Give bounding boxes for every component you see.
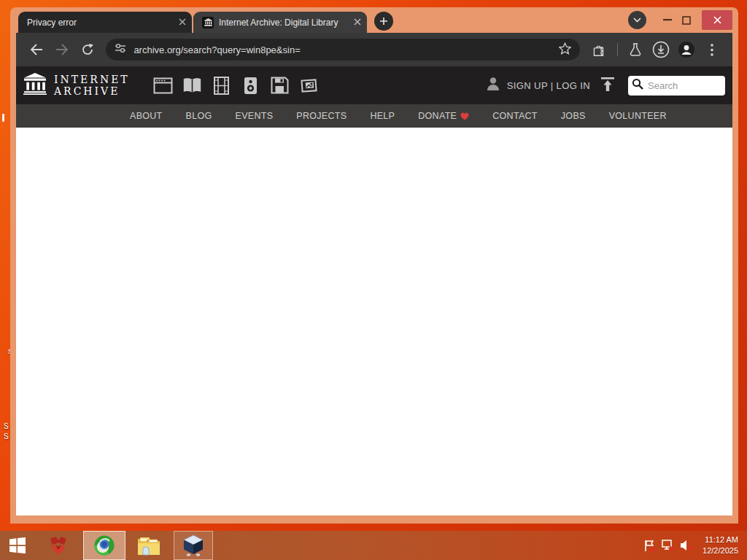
ia-logo-icon[interactable]: [23, 73, 47, 98]
extensions-icon[interactable]: [589, 40, 608, 59]
network-status-icon[interactable]: [659, 540, 677, 551]
downloads-icon[interactable]: [652, 40, 670, 59]
images-icon[interactable]: [295, 77, 324, 94]
file-explorer-button[interactable]: [131, 531, 166, 560]
software-icon[interactable]: [266, 77, 295, 94]
reload-icon[interactable]: [78, 40, 96, 59]
new-tab-button[interactable]: [374, 12, 393, 31]
ia-header-right: SIGN UP | LOG IN: [485, 76, 725, 96]
taskbar-clock[interactable]: 11:12 AM 12/2/2025: [703, 534, 738, 556]
nav-events[interactable]: EVENTS: [224, 111, 285, 121]
nav-projects[interactable]: PROJECTS: [285, 111, 358, 121]
nav-about[interactable]: ABOUT: [118, 111, 174, 121]
internet-archive-favicon: [202, 17, 214, 28]
desktop-icon-fragment: [2, 114, 4, 122]
ia-nav: ABOUT BLOG EVENTS PROJECTS HELP DONATE C…: [16, 104, 732, 128]
browser-body: archive.org/search?query=win8pe&sin=: [16, 33, 732, 516]
menu-kebab-icon[interactable]: [703, 40, 721, 59]
tab-close-icon[interactable]: [354, 18, 361, 28]
audio-icon[interactable]: [236, 77, 266, 95]
maximize-button[interactable]: [677, 11, 696, 30]
minimize-button[interactable]: [658, 11, 677, 30]
desktop-label-fragment: S: [4, 423, 9, 430]
bookmark-star-icon[interactable]: [559, 42, 571, 58]
texts-icon[interactable]: [178, 77, 207, 94]
tab-search-button[interactable]: [628, 11, 646, 29]
nav-help[interactable]: HELP: [358, 111, 406, 121]
upload-icon[interactable]: [600, 77, 615, 95]
back-icon[interactable]: [27, 40, 45, 59]
nav-volunteer[interactable]: VOLUNTEER: [597, 111, 678, 121]
ia-search-input[interactable]: [646, 79, 716, 92]
video-icon[interactable]: [207, 77, 236, 95]
window-controls: [628, 10, 732, 30]
close-button[interactable]: [702, 10, 732, 30]
toolbar-divider: [617, 43, 618, 56]
page-content: [16, 128, 732, 516]
url-text[interactable]: archive.org/search?query=win8pe&sin=: [133, 44, 300, 55]
profile-avatar-icon[interactable]: [678, 40, 696, 59]
virtualbox-button[interactable]: [174, 531, 213, 560]
web-icon[interactable]: [149, 77, 178, 94]
search-icon: [632, 78, 643, 93]
site-settings-icon[interactable]: [115, 43, 126, 56]
clock-time: 11:12 AM: [703, 534, 738, 545]
signup-login-link[interactable]: SIGN UP | LOG IN: [507, 80, 590, 91]
nav-blog[interactable]: BLOG: [174, 111, 224, 121]
taskbar: 11:12 AM 12/2/2025: [0, 531, 747, 560]
tab-title: Privacy error: [27, 18, 174, 28]
chrome-taskbar-button[interactable]: [83, 531, 125, 560]
clock-date: 12/2/2025: [703, 545, 738, 556]
forward-icon[interactable]: [53, 40, 71, 59]
red-app-button[interactable]: [41, 531, 76, 560]
labs-flask-icon[interactable]: [626, 40, 644, 59]
person-icon: [485, 76, 501, 95]
ia-search-box[interactable]: [628, 76, 725, 96]
tab-close-icon[interactable]: [179, 18, 186, 28]
nav-contact[interactable]: CONTACT: [481, 111, 549, 121]
action-center-flag-icon[interactable]: [640, 540, 659, 552]
tab-strip: Privacy error Internet Archive: Digital …: [16, 7, 732, 33]
nav-jobs[interactable]: JOBS: [549, 111, 597, 121]
nav-donate[interactable]: DONATE: [406, 111, 481, 121]
tab-internet-archive[interactable]: Internet Archive: Digital Library: [193, 12, 367, 33]
tab-privacy-error[interactable]: Privacy error: [18, 12, 192, 33]
ia-wordmark[interactable]: INTERNET ARCHIVE: [54, 74, 130, 97]
ia-header: INTERNET ARCHIVE: [16, 66, 732, 104]
volume-muted-icon[interactable]: [677, 540, 695, 551]
address-bar[interactable]: archive.org/search?query=win8pe&sin=: [106, 39, 580, 61]
media-type-icons: [149, 77, 324, 95]
browser-window: Privacy error Internet Archive: Digital …: [10, 7, 738, 524]
system-tray: 11:12 AM 12/2/2025: [640, 534, 747, 556]
desktop-label-fragment: S: [4, 433, 9, 440]
tab-title: Internet Archive: Digital Library: [219, 18, 349, 28]
heart-icon: [460, 112, 469, 120]
desktop: s S S Privacy error: [0, 0, 747, 560]
start-button[interactable]: [0, 531, 35, 560]
browser-toolbar: archive.org/search?query=win8pe&sin=: [16, 33, 732, 66]
